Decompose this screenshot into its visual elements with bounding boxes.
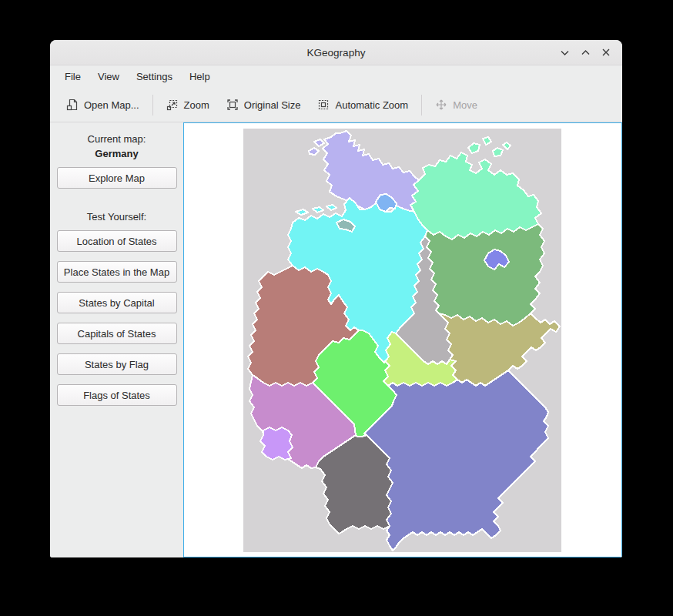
automatic-zoom-label: Automatic Zoom	[335, 99, 408, 111]
states-by-flag-button[interactable]: States by Flag	[57, 353, 177, 375]
menubar: File View Settings Help	[50, 65, 622, 88]
menu-settings[interactable]: Settings	[128, 68, 181, 85]
original-size-button[interactable]: Original Size	[218, 93, 310, 116]
state-brandenburg[interactable]	[425, 224, 544, 326]
minimize-button[interactable]	[557, 45, 571, 59]
zoom-button[interactable]: Zoom	[158, 93, 218, 116]
toolbar-separator	[421, 95, 422, 116]
current-map-label: Current map:	[50, 133, 183, 145]
open-map-label: Open Map...	[84, 99, 139, 111]
menu-help[interactable]: Help	[181, 68, 219, 85]
states-by-capital-button[interactable]: States by Capital	[57, 292, 177, 313]
toolbar: Open Map... Zoom Original Size Automatic…	[50, 88, 622, 122]
menu-view[interactable]: View	[89, 68, 128, 85]
open-map-icon	[66, 99, 79, 111]
close-button[interactable]	[599, 45, 613, 59]
map-panel	[183, 122, 622, 557]
window-controls	[557, 40, 613, 65]
original-size-icon	[226, 99, 239, 111]
window-title: KGeography	[50, 47, 622, 59]
move-label: Move	[453, 99, 477, 111]
germany-map	[243, 129, 561, 552]
zoom-label: Zoom	[184, 99, 209, 111]
chevron-down-icon	[560, 48, 570, 58]
screen: { "window": { "title": "KGeography" }, "…	[0, 0, 673, 616]
maximize-button[interactable]	[578, 45, 592, 59]
original-size-label: Original Size	[244, 99, 301, 111]
current-map-value: Germany	[50, 148, 183, 159]
move-icon	[435, 99, 447, 111]
place-states-in-map-button[interactable]: Place States in the Map	[57, 261, 177, 283]
state-saarland[interactable]	[260, 427, 293, 460]
content-area: Current map: Germany Explore Map Test Yo…	[50, 122, 622, 557]
zoom-icon	[166, 99, 179, 111]
move-button: Move	[427, 93, 486, 116]
automatic-zoom-icon	[317, 99, 330, 111]
explore-map-button[interactable]: Explore Map	[57, 167, 177, 189]
kgeography-window: KGeography File View Settings Help	[50, 40, 622, 557]
chevron-up-icon	[581, 48, 591, 58]
titlebar: KGeography	[50, 40, 622, 65]
capitals-of-states-button[interactable]: Capitals of States	[57, 323, 177, 344]
automatic-zoom-button[interactable]: Automatic Zoom	[309, 93, 417, 116]
close-icon	[601, 48, 611, 57]
test-yourself-label: Test Yourself:	[50, 211, 183, 223]
menu-file[interactable]: File	[56, 68, 89, 85]
open-map-button[interactable]: Open Map...	[58, 93, 148, 116]
location-of-states-button[interactable]: Location of States	[57, 230, 177, 252]
sidebar: Current map: Germany Explore Map Test Yo…	[50, 122, 183, 557]
flags-of-states-button[interactable]: Flags of States	[57, 384, 177, 406]
toolbar-separator	[152, 95, 153, 116]
